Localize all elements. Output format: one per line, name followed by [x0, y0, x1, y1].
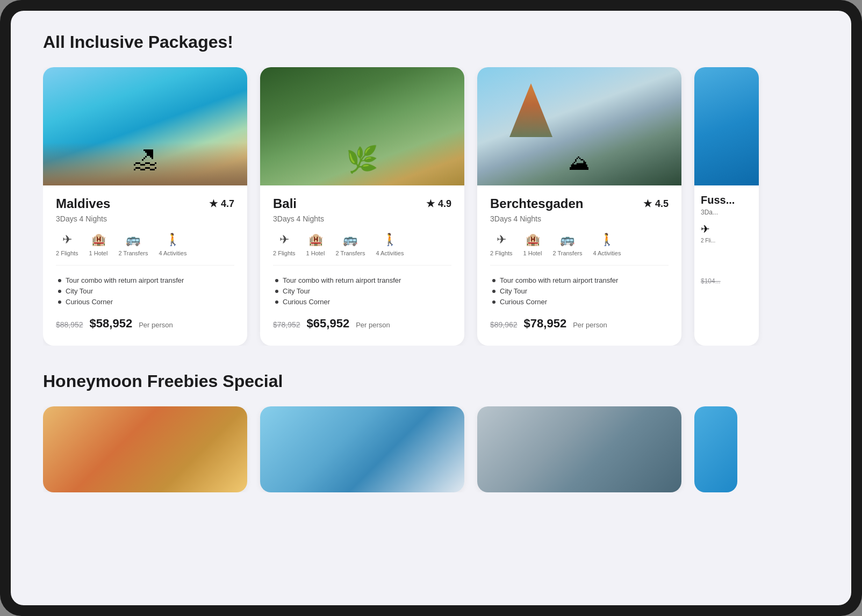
bali-destination: Bali: [273, 196, 297, 211]
bali-feature-1-text: Tour combo with return airport transfer: [283, 276, 401, 284]
honeymoon-image-3: [477, 406, 681, 492]
transfers-icon: 🚌: [126, 233, 140, 247]
maldives-feature-1: Tour combo with return airport transfer: [58, 276, 234, 284]
transfers-icon: 🚌: [560, 233, 574, 247]
berchtesgaden-activities-label: 4 Activities: [593, 250, 621, 256]
honeymoon-card-3[interactable]: [477, 406, 681, 492]
bali-hotel-amenity: 🏨 1 Hotel: [306, 233, 325, 256]
bullet-icon: [58, 279, 61, 282]
bali-features: Tour combo with return airport transfer …: [273, 276, 451, 306]
bali-feature-3: Curious Corner: [275, 298, 451, 306]
bali-image: [260, 67, 464, 185]
bali-current-price: $65,952: [307, 317, 350, 331]
berchtesgaden-transfers-amenity: 🚌 2 Transfers: [552, 233, 582, 256]
maldives-duration: 3Days 4 Nights: [56, 214, 234, 223]
bullet-icon: [492, 279, 495, 282]
partial-flights-label: 2 Fli...: [701, 238, 752, 243]
maldives-original-price: $88,952: [56, 320, 83, 329]
berchtesgaden-card-header: Berchtesgaden ★ 4.5: [490, 196, 669, 211]
maldives-flights-amenity: ✈ 2 Flights: [56, 233, 78, 256]
bali-hotel-label: 1 Hotel: [306, 250, 325, 256]
partial-pricing: $104...: [694, 243, 759, 285]
maldives-amenities: ✈ 2 Flights 🏨 1 Hotel 🚌 2 Transfers: [56, 233, 234, 266]
maldives-features: Tour combo with return airport transfer …: [56, 276, 234, 306]
berchtesgaden-rating-value: 4.5: [655, 198, 669, 210]
bali-per-person: Per person: [356, 321, 390, 329]
bali-transfers-amenity: 🚌 2 Transfers: [335, 233, 365, 256]
bullet-icon: [58, 290, 61, 293]
berchtesgaden-flights-label: 2 Flights: [490, 250, 513, 256]
maldives-rating: ★ 4.7: [209, 198, 234, 210]
maldives-flights-label: 2 Flights: [56, 250, 78, 256]
maldives-feature-2-text: City Tour: [66, 287, 93, 295]
berchtesgaden-duration: 3Days 4 Nights: [490, 214, 669, 223]
bali-duration: 3Days 4 Nights: [273, 214, 451, 223]
maldives-destination: Maldives: [56, 196, 110, 211]
flights-icon: ✈: [62, 233, 72, 247]
package-card-partial: Fuss... 3Da... ✈ 2 Fli... $104...: [694, 67, 759, 346]
maldives-card-body: Maldives ★ 4.7 3Days 4 Nights ✈ 2: [43, 185, 247, 306]
bali-card-header: Bali ★ 4.9: [273, 196, 451, 211]
berchtesgaden-activities-amenity: 🚶 4 Activities: [593, 233, 621, 256]
maldives-feature-3-text: Curious Corner: [66, 298, 113, 306]
partial-duration: 3Da...: [701, 209, 752, 216]
hotel-icon: 🏨: [526, 233, 540, 247]
package-card-berchtesgaden[interactable]: Berchtesgaden ★ 4.5 3Days 4 Nights ✈: [477, 67, 681, 346]
bali-original-price: $78,952: [273, 320, 300, 329]
partial-original-price: $104...: [701, 277, 721, 285]
maldives-feature-2: City Tour: [58, 287, 234, 295]
bali-feature-1: Tour combo with return airport transfer: [275, 276, 451, 284]
berchtesgaden-current-price: $78,952: [524, 317, 567, 331]
maldives-pricing: $88,952 $58,952 Per person: [43, 317, 247, 331]
bali-amenities: ✈ 2 Flights 🏨 1 Hotel 🚌 2 Transfers: [273, 233, 451, 266]
berchtesgaden-per-person: Per person: [573, 321, 607, 329]
maldives-activities-amenity: 🚶 4 Activities: [159, 233, 186, 256]
all-inclusive-title: All Inclusive Packages!: [43, 32, 819, 52]
package-card-maldives[interactable]: Maldives ★ 4.7 3Days 4 Nights ✈ 2: [43, 67, 247, 346]
partial-flights-icon: ✈: [701, 223, 752, 235]
bali-rating: ★ 4.9: [426, 198, 451, 210]
partial-card-body: Fuss... 3Da... ✈ 2 Fli...: [694, 185, 759, 243]
berchtesgaden-star-icon: ★: [643, 198, 652, 210]
device-frame: All Inclusive Packages! Maldives ★ 4.7: [0, 0, 862, 616]
bali-rating-value: 4.9: [438, 198, 451, 210]
berchtesgaden-card-body: Berchtesgaden ★ 4.5 3Days 4 Nights ✈: [477, 185, 681, 306]
bali-feature-3-text: Curious Corner: [283, 298, 330, 306]
packages-cards-row: Maldives ★ 4.7 3Days 4 Nights ✈ 2: [43, 67, 819, 346]
berchtesgaden-image: [477, 67, 681, 185]
berchtesgaden-transfers-label: 2 Transfers: [552, 250, 582, 256]
maldives-hotel-amenity: 🏨 1 Hotel: [89, 233, 108, 256]
flights-icon: ✈: [279, 233, 289, 247]
partial-destination: Fuss...: [701, 194, 752, 206]
package-card-bali[interactable]: Bali ★ 4.9 3Days 4 Nights ✈ 2 Fli: [260, 67, 464, 346]
maldives-star-icon: ★: [209, 198, 218, 210]
berchtesgaden-features: Tour combo with return airport transfer …: [490, 276, 669, 306]
maldives-transfers-amenity: 🚌 2 Transfers: [118, 233, 148, 256]
bali-feature-2: City Tour: [275, 287, 451, 295]
bali-feature-2-text: City Tour: [283, 287, 310, 295]
berchtesgaden-amenities: ✈ 2 Flights 🏨 1 Hotel 🚌 2 Transfers: [490, 233, 669, 266]
bali-pricing: $78,952 $65,952 Per person: [260, 317, 464, 331]
bali-activities-amenity: 🚶 4 Activities: [376, 233, 404, 256]
berchtesgaden-feature-3: Curious Corner: [492, 298, 669, 306]
berchtesgaden-pricing: $89,962 $78,952 Per person: [477, 317, 681, 331]
bali-star-icon: ★: [426, 198, 435, 210]
honeymoon-card-2[interactable]: [260, 406, 464, 492]
berchtesgaden-destination: Berchtesgaden: [490, 196, 583, 211]
screen: All Inclusive Packages! Maldives ★ 4.7: [11, 11, 851, 605]
bullet-icon: [275, 300, 278, 304]
maldives-feature-1-text: Tour combo with return airport transfer: [66, 276, 184, 284]
honeymoon-card-1[interactable]: [43, 406, 247, 492]
content-area: All Inclusive Packages! Maldives ★ 4.7: [11, 11, 851, 605]
berchtesgaden-hotel-amenity: 🏨 1 Hotel: [523, 233, 542, 256]
berchtesgaden-feature-2: City Tour: [492, 287, 669, 295]
berchtesgaden-flights-amenity: ✈ 2 Flights: [490, 233, 513, 256]
bali-activities-label: 4 Activities: [376, 250, 404, 256]
bali-flights-amenity: ✈ 2 Flights: [273, 233, 296, 256]
maldives-activities-label: 4 Activities: [159, 250, 186, 256]
berchtesgaden-feature-1-text: Tour combo with return airport transfer: [500, 276, 618, 284]
honeymoon-image-1: [43, 406, 247, 492]
bullet-icon: [492, 290, 495, 293]
honeymoon-cards-row: [43, 406, 819, 492]
activities-icon: 🚶: [600, 233, 614, 247]
